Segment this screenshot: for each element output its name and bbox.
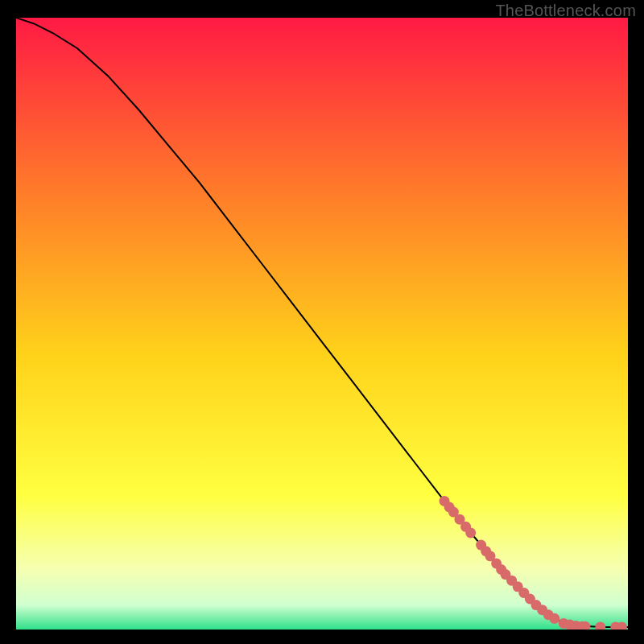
gradient-background (16, 18, 628, 630)
chart-stage: TheBottleneck.com (0, 0, 644, 644)
data-dot (549, 613, 559, 624)
chart-svg (16, 18, 628, 630)
watermark-text: TheBottleneck.com (495, 2, 636, 20)
plot-area (16, 18, 628, 630)
data-dot (465, 527, 476, 538)
